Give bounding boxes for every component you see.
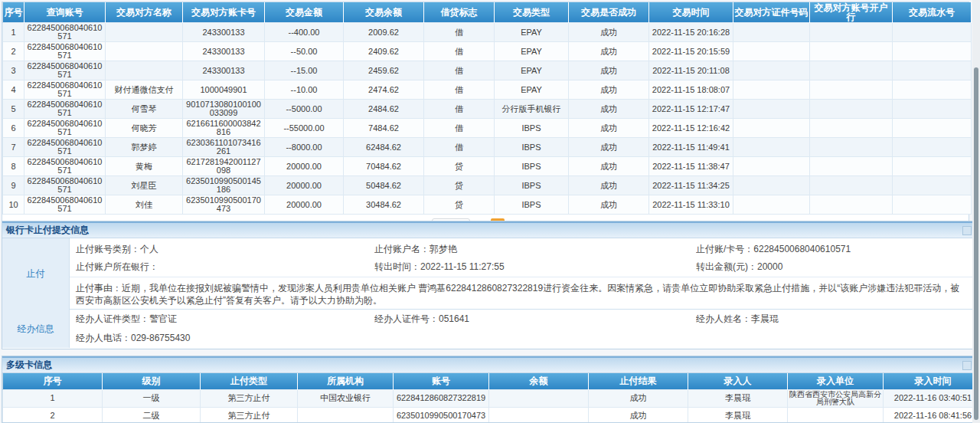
- cell: 6228450068040610571: [24, 23, 106, 42]
- column-header-12: 交易流水号: [893, 2, 972, 23]
- cell: 6228412860827322819: [394, 389, 489, 407]
- field-account-bank: 止付账户所在银行：: [76, 261, 374, 274]
- column-header-1: 查询账号: [24, 2, 106, 23]
- stop-payment-side-label: 止付: [2, 238, 70, 310]
- field-value: 郭梦艳: [430, 244, 457, 254]
- field-label: 转出时间：: [374, 261, 420, 272]
- cell: 20000.00: [265, 195, 344, 215]
- cell: 2022-11-15 11:49:41: [649, 138, 733, 157]
- cell: 成功: [569, 195, 649, 215]
- cell: 6228450068040610571: [24, 176, 106, 195]
- field-label: 止付账户所在银行：: [76, 261, 158, 272]
- cell: [893, 157, 972, 176]
- field-label: 经办人证件号：: [374, 313, 439, 324]
- field-value: 6228450068040610571: [753, 244, 851, 254]
- column-header-1: 级别: [103, 373, 201, 389]
- cell: 成功: [589, 389, 688, 407]
- collapse-icon[interactable]: [962, 226, 972, 235]
- table-row: 16228450068040610571243300133--400.00200…: [3, 23, 972, 42]
- cell: 30484.62: [344, 195, 424, 215]
- column-header-7: 录入人: [688, 373, 788, 389]
- cell: 李晨琨: [688, 389, 788, 407]
- table-row: 46228450068040610571财付通微信支付1000049901--1…: [3, 80, 972, 100]
- column-header-7: 交易类型: [495, 2, 569, 23]
- cell: 6228450068040610571: [24, 119, 106, 138]
- cell: 50484.62: [344, 176, 424, 195]
- cell: 7: [3, 138, 24, 157]
- field-transfer-time: 转出时间：2022-11-15 11:27:55: [374, 261, 696, 274]
- column-header-4: 账号: [394, 373, 489, 389]
- cell: 一级: [103, 389, 201, 407]
- scrollbar-thumb[interactable]: [974, 67, 978, 420]
- stop-payment-reason: 止付事由：近期，我单位在接报刘妮被骗警情中，发现涉案人员利用贵单位相关账户 曹鸿…: [70, 277, 975, 310]
- cell: [733, 80, 810, 100]
- stop-payment-fields: 止付账号类别：个人 止付账户名：郭梦艳 止付账/卡号：6228450068040…: [70, 238, 975, 310]
- table-row: 106228450068040610571刘佳62350109905001704…: [3, 195, 972, 215]
- cell: 贷: [424, 195, 495, 215]
- cell: 3: [3, 61, 24, 80]
- field-label: 止付账号类别：: [76, 244, 140, 254]
- field-account-name: 止付账户名：郭梦艳: [374, 243, 696, 256]
- field-value: 029-86755430: [131, 333, 190, 343]
- column-header-8: 录入单位: [788, 373, 884, 389]
- field-row: 经办人电话：029-86755430: [70, 329, 975, 348]
- cell: 10: [3, 195, 24, 215]
- cell: 20000.00: [265, 157, 344, 176]
- header-row: 序号查询账号交易对方名称交易对方账卡号交易金额交易余额借贷标志交易类型交易是否成…: [3, 2, 972, 23]
- field-account-type: 止付账号类别：个人: [76, 243, 374, 256]
- column-header-2: 交易对方名称: [106, 2, 183, 23]
- cell: 二级: [103, 407, 201, 423]
- field-label: 转出金额(元)：: [696, 261, 757, 272]
- section-title: 多级卡信息: [2, 359, 52, 372]
- field-label: 止付账户名：: [374, 244, 430, 254]
- cell: [893, 119, 972, 138]
- section-header-bar: 银行卡止付提交信息: [2, 221, 975, 238]
- field-agent-id-number: 经办人证件号：051641: [374, 313, 696, 326]
- cell: 2022-11-16 08:41:56: [884, 407, 976, 423]
- cell: 7484.62: [344, 119, 424, 138]
- cell: 黄梅: [106, 157, 183, 176]
- cell: 借: [424, 80, 495, 100]
- agent-fields: 经办人证件类型：警官证 经办人证件号：051641 经办人姓名：李晨琨 经办人电…: [70, 310, 975, 348]
- cell: 243300133: [183, 23, 265, 42]
- field-agent-id-type: 经办人证件类型：警官证: [76, 313, 374, 326]
- table-row: 86228450068040610571黄梅621728194200112709…: [3, 157, 972, 176]
- cell: 6216611600003842816: [183, 119, 265, 138]
- column-header-11: 交易对方账号开户行: [810, 2, 893, 23]
- transactions-table: 序号查询账号交易对方名称交易对方账卡号交易金额交易余额借贷标志交易类型交易是否成…: [2, 2, 972, 215]
- cell: [788, 407, 884, 423]
- cell: [733, 195, 810, 215]
- cell: [893, 42, 972, 61]
- cell: 2474.62: [344, 80, 424, 100]
- collapse-icon[interactable]: [962, 361, 972, 370]
- cell: 贷: [424, 176, 495, 195]
- cell: [810, 80, 893, 100]
- cell: [106, 42, 183, 61]
- cell: EPAY: [495, 61, 569, 80]
- cell: 成功: [589, 407, 688, 423]
- cell: 2022-11-16 03:40:51: [884, 389, 976, 407]
- cell: 8: [3, 157, 24, 176]
- cell: 陕西省西安市公安局高新分局刑警大队: [788, 389, 884, 407]
- cell: 2459.62: [344, 61, 424, 80]
- cell: 6235010990500170473: [394, 407, 489, 423]
- cell: 成功: [569, 42, 649, 61]
- cell: 6228450068040610571: [24, 195, 106, 215]
- cell: --8000.00: [265, 138, 344, 157]
- cell: 6: [3, 119, 24, 138]
- field-transfer-amount: 转出金额(元)：20000: [696, 261, 975, 274]
- cell: EPAY: [495, 80, 569, 100]
- cell: --50.00: [265, 42, 344, 61]
- cell: 借: [424, 23, 495, 42]
- cell: 6228450068040610571: [24, 42, 106, 61]
- cell: 借: [424, 119, 495, 138]
- stop-payment-section: 银行卡止付提交信息 止付 止付账号类别：个人 止付账户名：郭梦艳 止付账/卡号：…: [2, 221, 975, 349]
- cell: [810, 157, 893, 176]
- cell: 5: [3, 100, 24, 119]
- column-header-4: 交易金额: [265, 2, 344, 23]
- cell: 70484.62: [344, 157, 424, 176]
- table-row: 2二级第三方止付6235010990500170473成功李晨琨2022-11-…: [3, 407, 976, 423]
- vertical-scrollbar[interactable]: [972, 0, 980, 423]
- stop-payment-block: 止付 止付账号类别：个人 止付账户名：郭梦艳 止付账/卡号：6228450068…: [2, 238, 975, 309]
- cell: IBPS: [495, 176, 569, 195]
